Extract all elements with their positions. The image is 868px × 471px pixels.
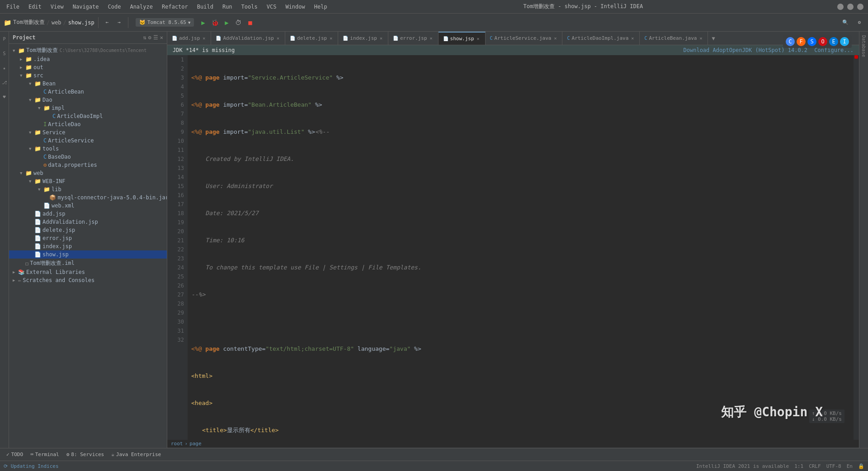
chrome-icon[interactable]: C [786,37,795,46]
back-button[interactable]: ← [102,18,113,27]
tree-item-lib[interactable]: ▼ 📁 lib [9,185,167,193]
tab-add-jsp[interactable]: 📄 add.jsp ✕ [167,32,211,45]
terminal-button[interactable]: ⌨ Terminal [28,451,62,458]
close-button[interactable]: ✕ [857,4,863,10]
java-enterprise-button[interactable]: ☕ Java Enterprise [108,451,164,458]
code-editor[interactable]: 1 2 3 4 5 6 7 8 9 10 11 12 13 14 15 16 1… [167,55,859,440]
tab-close-articleservice[interactable]: ✕ [553,35,557,41]
tree-item-articlebean[interactable]: ▶ C ArticleBean [9,88,167,96]
tab-close-delete[interactable]: ✕ [329,35,333,41]
tab-close-add[interactable]: ✕ [202,35,206,41]
bookmark-icon[interactable]: ★ [1,64,8,71]
menu-edit[interactable]: Edit [27,3,43,11]
git-icon[interactable]: ⎇ [1,79,8,86]
menu-vcs[interactable]: VCS [265,3,278,11]
project-tool-icon[interactable]: P [1,35,8,42]
firefox-icon[interactable]: F [797,37,806,46]
tree-item-service[interactable]: ▼ 📁 Service [9,128,167,137]
profile-button[interactable]: ⏱ [233,17,244,28]
maximize-button[interactable]: □ [847,4,854,10]
tab-close-articledaoimpl[interactable]: ✕ [630,35,635,41]
menu-tools[interactable]: Tools [240,3,259,11]
menu-window[interactable]: Window [283,3,307,11]
search-everywhere[interactable]: 🔍 [839,18,852,27]
fav-icon[interactable]: ♥ [1,93,8,100]
settings-button[interactable]: ⚙ [854,18,864,27]
structure-icon[interactable]: S [1,50,8,57]
tab-close-addvalidation[interactable]: ✕ [276,35,280,41]
tree-item-articledaoimpl[interactable]: ▶ C ArticleDaoImpl [9,112,167,120]
sync-icon[interactable]: ⇅ [143,34,146,41]
collapse-icon[interactable]: ☰ [153,34,158,41]
tab-articledaoimpl[interactable]: C ArticleDaoImpl.java ✕ [562,32,640,45]
tree-item-basedao[interactable]: ▶ C BaseDao [9,153,167,161]
tree-item-deletejsp[interactable]: ▶ 📄 delete.jsp [9,226,167,234]
menu-file[interactable]: File [5,3,21,11]
tab-addvalidation[interactable]: 📄 AddValidation.jsp ✕ [211,32,285,45]
tree-item-idea[interactable]: ▶ 📁 .idea [9,55,167,63]
menu-analyze[interactable]: Analyze [128,3,155,11]
tree-item-data-properties[interactable]: ▶ ⚙ data.properties [9,161,167,169]
run-with-coverage[interactable]: ▶ [221,17,232,28]
tab-articlebean[interactable]: C ArticleBean.java ✕ [640,32,708,45]
tree-item-addvalidjsp[interactable]: ▶ 📄 AddValidation.jsp [9,218,167,226]
tree-item-webinf[interactable]: ▼ 📁 WEB-INF [9,177,167,185]
tree-item-tools[interactable]: ▼ 📁 tools [9,145,167,153]
menu-refactor[interactable]: Refactor [160,3,190,11]
tree-item-external-libs[interactable]: ▶ 📚 External Libraries [9,268,167,276]
opera-icon[interactable]: O [818,37,827,46]
edge-icon[interactable]: E [829,37,838,46]
run-button[interactable]: ▶ [198,17,208,28]
indent[interactable]: En [847,463,853,469]
tab-close-show[interactable]: ✕ [476,36,481,42]
tree-item-bean[interactable]: ▼ 📁 Bean [9,80,167,88]
ie-icon[interactable]: I [840,37,849,46]
tree-item-showjsp[interactable]: ▶ 📄 show.jsp [9,250,167,259]
database-tab[interactable]: Database [861,35,866,57]
configure-link[interactable]: Configure... [814,47,854,53]
tree-item-articledao[interactable]: ▶ I ArticleDao [9,120,167,128]
safari-icon[interactable]: S [807,37,816,46]
breadcrumb-page[interactable]: page [189,441,202,447]
debug-button[interactable]: 🐞 [209,17,220,28]
close-sidebar-icon[interactable]: ✕ [160,34,163,41]
tree-item-out[interactable]: ▶ 📁 out [9,63,167,71]
tree-item-root[interactable]: ▼ 📁 Tom增删改查 C:\Users\32788\Documents\Ten… [9,46,167,55]
tree-item-indexjsp[interactable]: ▶ 📄 index.jsp [9,242,167,250]
tree-item-mysql-jar[interactable]: ▶ 📦 mysql-connector-java-5.0.4-bin.jar [9,193,167,202]
menu-navigate[interactable]: Navigate [71,3,101,11]
more-tabs-button[interactable]: ▼ [708,32,718,45]
menu-build[interactable]: Build [195,3,215,11]
menu-help[interactable]: Help [312,3,329,11]
run-config-selector[interactable]: 🐱 Tomcat 8.5.65 ▼ [136,18,194,27]
encoding[interactable]: UTF-8 [826,463,841,469]
code-content[interactable]: <%@ page import="Service.ArticleService"… [188,55,854,440]
minimize-button[interactable]: — [837,4,844,10]
services-button[interactable]: ⚙ 8: Services [64,451,107,458]
forward-button[interactable]: → [114,18,124,27]
tab-articleservice[interactable]: C ArticleService.java ✕ [486,32,563,45]
stop-button[interactable]: ■ [245,17,255,28]
tab-close-articlebean[interactable]: ✕ [698,35,703,41]
menu-code[interactable]: Code [106,3,123,11]
tree-item-addjsp[interactable]: ▶ 📄 add.jsp [9,210,167,218]
tree-item-webxml[interactable]: ▶ 📄 web.xml [9,202,167,210]
tab-index[interactable]: 📄 index.jsp ✕ [338,32,388,45]
tree-item-scratches[interactable]: ▶ ✏ Scratches and Consoles [9,276,167,284]
todo-button[interactable]: ✓ TODO [4,451,26,458]
breadcrumb-root[interactable]: root [171,441,183,447]
tree-item-web[interactable]: ▼ 📁 web [9,169,167,177]
tab-delete[interactable]: 📄 delete.jsp ✕ [285,32,338,45]
line-separator[interactable]: CRLF [809,463,821,469]
menu-view[interactable]: View [49,3,66,11]
settings-icon[interactable]: ⚙ [148,34,151,41]
download-jdk-link[interactable]: Download AdoptOpenJDK (HotSpot) 14.0.2 [684,47,808,53]
tree-item-articleservice[interactable]: ▶ C ArticleService [9,137,167,145]
tree-item-iml[interactable]: ▶ ◻ Tom增删改查.iml [9,259,167,268]
tab-show[interactable]: 📄 show.jsp ✕ [439,32,486,45]
menu-run[interactable]: Run [221,3,234,11]
tree-item-src[interactable]: ▼ 📁 src [9,71,167,80]
tree-item-dao[interactable]: ▼ 📁 Dao [9,96,167,104]
tab-error[interactable]: 📄 error.jsp ✕ [388,32,439,45]
tab-close-error[interactable]: ✕ [429,35,434,41]
